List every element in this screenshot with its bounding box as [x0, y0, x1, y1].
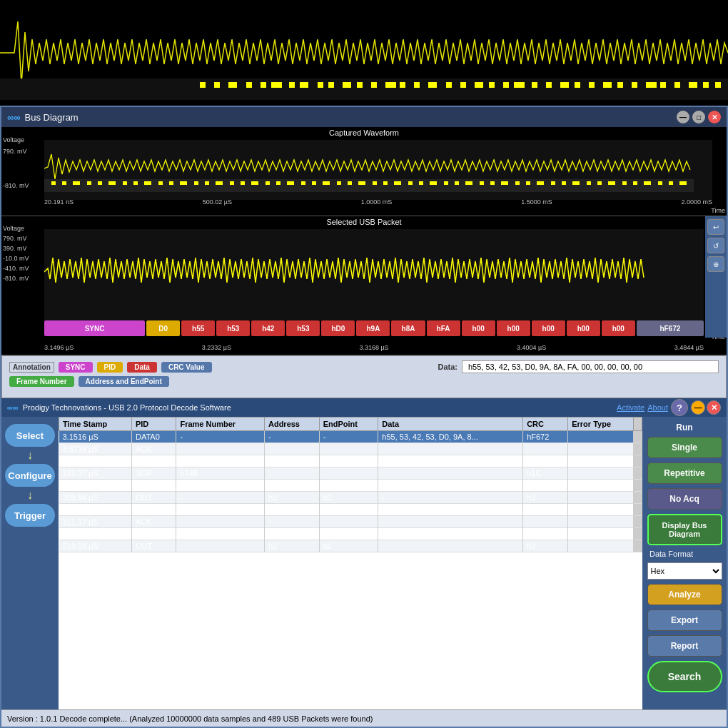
cell-3-5: - [378, 467, 523, 480]
table-row[interactable]: 307.37 µSSOFh748---h1C [59, 480, 642, 492]
svg-rect-58 [266, 181, 270, 185]
close-button[interactable]: ✕ [708, 111, 721, 123]
left-panel: Select ↓ Configure ↓ Trigger [1, 417, 59, 709]
cell-0-5: h55, 53, 42, 53, D0, 9A, 8... [378, 431, 523, 443]
svg-rect-36 [689, 82, 697, 88]
svg-rect-74 [455, 181, 459, 185]
table-row[interactable]: 309.84 µSOUT-h2h1-h3 [59, 492, 642, 504]
cell-8-4: - [319, 528, 378, 540]
svg-rect-87 [608, 181, 615, 185]
protocol-bar: SYNCD0h55h53h42h53hD0h9Ah8AhFAh00h00h00h… [44, 320, 704, 336]
cell-2-5: - [378, 455, 523, 467]
cell-1-1: ACK [131, 443, 176, 455]
single-button[interactable]: Single [647, 437, 722, 458]
cell-6-2: - [176, 504, 265, 516]
table-row[interactable]: 3.1516 µSDATA0---h55, 53, 42, 53, D0, 9A… [59, 431, 642, 443]
col-pid: PID [131, 418, 176, 431]
svg-rect-67 [373, 181, 377, 185]
table-row[interactable]: 310.19 µSDATA1---h55, 53, 42, 43, D0, 9A… [59, 504, 642, 516]
cell-7-6: - [523, 516, 568, 528]
sub-minimize-button[interactable]: — [691, 400, 705, 415]
minimize-button[interactable]: — [677, 111, 689, 123]
about-link[interactable]: About [647, 403, 668, 412]
arrow-2: ↓ [27, 490, 33, 501]
svg-rect-54 [216, 181, 223, 185]
cell-4-1: SOF [131, 480, 176, 492]
time-labels-bottom: 3.1496 µS 3.2332 µS 3.3168 µS 3.4004 µS … [44, 344, 704, 351]
table-row[interactable]: 519.09 µSOUT-h2h1-h3 [59, 540, 642, 552]
annotation-panel: Annotation SYNC PID Data CRC Value Data:… [1, 355, 727, 398]
scroll-cell [634, 455, 642, 467]
cell-6-7 [568, 504, 634, 516]
selected-packet-panel: Selected USB Packet Voltage 790. mV 390.… [1, 216, 727, 355]
proto-seg-h53: h53 [216, 320, 250, 336]
svg-rect-50 [169, 181, 173, 185]
waveform-btn-1[interactable]: ↩ [707, 219, 724, 235]
svg-rect-23 [503, 82, 509, 88]
svg-rect-71 [419, 181, 423, 185]
svg-rect-60 [287, 181, 294, 185]
waveform-btn-zoom[interactable]: ⊕ [707, 256, 724, 272]
main-content-area: Select ↓ Configure ↓ Trigger Time Stamp … [1, 417, 727, 709]
no-acq-button[interactable]: No Acq [647, 488, 722, 510]
svg-rect-38 [715, 82, 721, 88]
sub-close-button[interactable]: ✕ [707, 400, 721, 415]
proto-seg-h00: h00 [567, 320, 600, 336]
waveform-canvas-bottom [44, 229, 704, 320]
select-button[interactable]: Select [5, 424, 55, 447]
svg-rect-62 [312, 181, 316, 185]
svg-rect-15 [385, 82, 396, 88]
col-timestamp: Time Stamp [59, 418, 132, 431]
report-button[interactable]: Report [647, 635, 722, 657]
svg-rect-26 [546, 82, 552, 88]
svg-rect-33 [646, 82, 657, 88]
cell-8-2: h748 [176, 528, 265, 540]
trigger-button[interactable]: Trigger [5, 504, 55, 527]
cell-4-7 [568, 480, 634, 492]
cell-3-2: h748 [176, 467, 265, 480]
svg-rect-72 [430, 181, 437, 185]
cell-1-2: - [176, 443, 265, 455]
table-row[interactable]: 182.37 µSSOFh748---h1C [59, 467, 642, 480]
analyze-button[interactable]: Analyze [647, 584, 722, 605]
svg-rect-17 [414, 82, 420, 88]
window-title: Bus Diagram [25, 112, 672, 123]
cell-6-1: DATA1 [131, 504, 176, 516]
data-table-scroll[interactable]: Time Stamp PID Frame Number Address EndP… [59, 417, 642, 709]
svg-rect-42 [73, 181, 80, 185]
scroll-cell [634, 528, 642, 540]
configure-button[interactable]: Configure [5, 464, 55, 487]
activate-link[interactable]: Activate [617, 403, 644, 412]
col-errortype: Error Type [568, 418, 634, 431]
table-row[interactable]: 57.372 µSSOFh748---h1C [59, 455, 642, 467]
cell-4-2: h748 [176, 480, 265, 492]
maximize-button[interactable]: □ [692, 111, 705, 123]
search-button[interactable]: Search [647, 661, 722, 692]
export-button[interactable]: Export [647, 610, 722, 631]
svg-rect-24 [514, 82, 525, 88]
main-window: ∞∞ Bus Diagram — □ ✕ Captured Waveform V… [0, 106, 728, 728]
repetitive-button[interactable]: Repetitive [647, 462, 722, 484]
window-ctrl-btns: — ✕ [691, 400, 721, 415]
run-label: Run [676, 423, 692, 433]
svg-rect-57 [251, 181, 258, 185]
proto-seg-h00: h00 [497, 320, 530, 336]
svg-rect-7 [271, 82, 282, 88]
table-row[interactable]: 432.37 µSSOFh748---h1C [59, 528, 642, 540]
svg-rect-77 [490, 181, 495, 185]
waveform-btn-2[interactable]: ↺ [707, 238, 724, 253]
help-button[interactable]: ? [671, 399, 688, 416]
cell-2-4: - [319, 455, 378, 467]
sub-title: Prodigy Technovations - USB 2.0 Protocol… [23, 403, 612, 412]
col-framenumber: Frame Number [176, 418, 265, 431]
cell-9-4: h1 [319, 540, 378, 552]
cell-6-4: - [319, 504, 378, 516]
display-bus-button[interactable]: Display BusDiagram [647, 514, 722, 545]
cell-6-0: 310.19 µS [59, 504, 132, 516]
table-row[interactable]: 311.17 µSACK----- [59, 516, 642, 528]
table-row[interactable]: 3.8718 µSACK----- [59, 443, 642, 455]
data-format-select[interactable]: Hex Decimal Binary [647, 562, 722, 580]
cell-6-6: hBB6E [523, 504, 568, 516]
svg-rect-37 [703, 82, 709, 88]
cell-5-2: - [176, 492, 265, 504]
